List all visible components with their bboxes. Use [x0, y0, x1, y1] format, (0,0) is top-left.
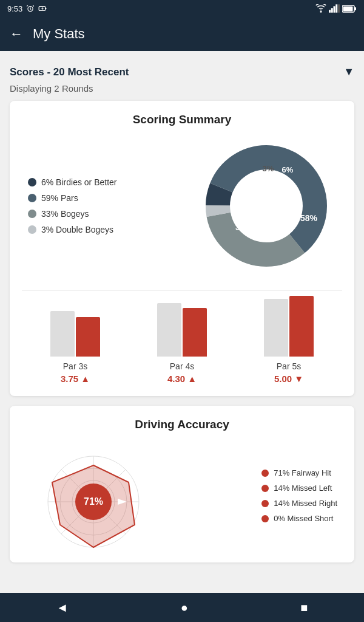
content-area: Scores - 20 Most Recent ▼ Displaying 2 R… [0, 51, 364, 582]
missed-short-dot [261, 515, 269, 522]
svg-rect-11 [343, 6, 353, 11]
par5-bar-val [289, 296, 314, 357]
signal-icon [329, 4, 340, 13]
legend-fairway: 71% Fairway Hit [261, 468, 337, 477]
nav-home-button[interactable]: ● [181, 601, 188, 615]
pars-dot [28, 194, 36, 202]
fairway-dot [261, 470, 269, 477]
app-header: ← My Stats [0, 17, 364, 51]
donut-label-pars: 58% [300, 213, 318, 223]
par5-bars [264, 296, 314, 357]
par5-group: Par 5s 5.00 ▼ [264, 296, 314, 384]
driving-radar: 71% [27, 441, 160, 550]
legend-missed-left: 14% Missed Left [261, 484, 337, 493]
nav-back-button[interactable]: ◄ [56, 601, 69, 615]
birdies-dot [28, 178, 36, 186]
svg-rect-7 [335, 4, 337, 13]
scoring-legend: 6% Birdies or Better 59% Pars 33% Bogeys… [28, 177, 117, 234]
missed-left-dot [261, 485, 269, 492]
svg-rect-4 [329, 10, 331, 13]
status-bar: 9:53 [0, 0, 364, 17]
wifi-icon [315, 4, 326, 13]
missed-right-dot [261, 500, 269, 507]
scoring-summary-title: Scoring Summary [22, 113, 342, 126]
missed-short-label: 0% Missed Short [274, 514, 333, 523]
legend-missed-right: 14% Missed Right [261, 499, 337, 508]
svg-rect-5 [331, 8, 333, 13]
par5-value: 5.00 ▼ [274, 374, 303, 384]
par3-bars [50, 296, 100, 357]
bogeys-dot [28, 210, 36, 218]
par5-label: Par 5s [277, 361, 301, 371]
displaying-rounds: Displaying 2 Rounds [10, 83, 354, 94]
donut-label-bogeys: 33% [235, 222, 253, 232]
par4-label: Par 4s [170, 361, 194, 371]
page-title: My Stats [33, 26, 85, 42]
missed-left-label: 14% Missed Left [274, 484, 332, 493]
par3-bar-bg [50, 311, 75, 357]
driving-accuracy-card: Driving Accuracy [10, 406, 354, 562]
svg-rect-6 [334, 6, 335, 13]
par4-bars [157, 296, 207, 357]
par5-bar-bg [264, 299, 288, 357]
chevron-down-icon: ▼ [343, 66, 354, 78]
driving-body: 71% 71% Fairway Hit 14% Missed Left 14% [22, 441, 342, 550]
svg-point-3 [320, 11, 322, 13]
status-icons [315, 4, 357, 13]
par3-label: Par 3s [63, 361, 87, 371]
time-display: 9:53 [7, 4, 22, 13]
fairway-label: 71% Fairway Hit [274, 468, 331, 477]
svg-rect-8 [338, 4, 340, 13]
pars-label: 59% Pars [41, 193, 78, 203]
back-button[interactable]: ← [10, 26, 23, 42]
legend-item-double: 3% Double Bogeys [28, 225, 117, 234]
legend-item-birdies: 6% Birdies or Better [28, 177, 117, 187]
svg-rect-10 [354, 7, 356, 10]
battery-saver-icon [38, 4, 47, 13]
par4-value: 4.30 ▲ [167, 374, 197, 384]
filter-row[interactable]: Scores - 20 Most Recent ▼ [10, 61, 354, 83]
battery-icon [342, 5, 357, 13]
par3-group: Par 3s 3.75 ▲ [50, 296, 100, 384]
scoring-summary-card: Scoring Summary 6% Birdies or Better 59%… [10, 101, 354, 396]
bottom-navigation: ◄ ● ■ [0, 593, 364, 622]
donut-chart: 6% 3% 58% 33% [197, 136, 336, 276]
double-dot [28, 225, 36, 234]
scoring-summary-body: 6% Birdies or Better 59% Pars 33% Bogeys… [22, 136, 342, 276]
svg-rect-2 [46, 8, 47, 9]
nav-recents-button[interactable]: ■ [300, 601, 308, 615]
birdies-label: 6% Birdies or Better [41, 177, 117, 187]
driving-accuracy-title: Driving Accuracy [22, 418, 342, 431]
par4-bar-bg [157, 303, 181, 357]
filter-label: Scores - 20 Most Recent [10, 66, 129, 78]
donut-label-double: 3% [263, 164, 274, 173]
legend-item-pars: 59% Pars [28, 193, 117, 203]
legend-missed-short: 0% Missed Short [261, 514, 337, 523]
donut-label-birdies: 6% [282, 165, 294, 174]
double-label: 3% Double Bogeys [41, 225, 113, 234]
bogeys-label: 33% Bogeys [41, 209, 89, 219]
par3-bar-val [76, 317, 100, 357]
par-bar-charts: Par 3s 3.75 ▲ Par 4s 4.30 ▲ Par 5s 5.0 [22, 290, 342, 384]
missed-right-label: 14% Missed Right [274, 499, 337, 508]
par4-bar-val [183, 308, 207, 357]
par4-group: Par 4s 4.30 ▲ [157, 296, 207, 384]
alarm-icon [26, 4, 35, 13]
status-time: 9:53 [7, 4, 47, 13]
par3-value: 3.75 ▲ [61, 374, 90, 384]
driving-legend: 71% Fairway Hit 14% Missed Left 14% Miss… [261, 468, 337, 523]
legend-item-bogeys: 33% Bogeys [28, 209, 117, 219]
driving-center-pct: 71% [84, 496, 103, 507]
